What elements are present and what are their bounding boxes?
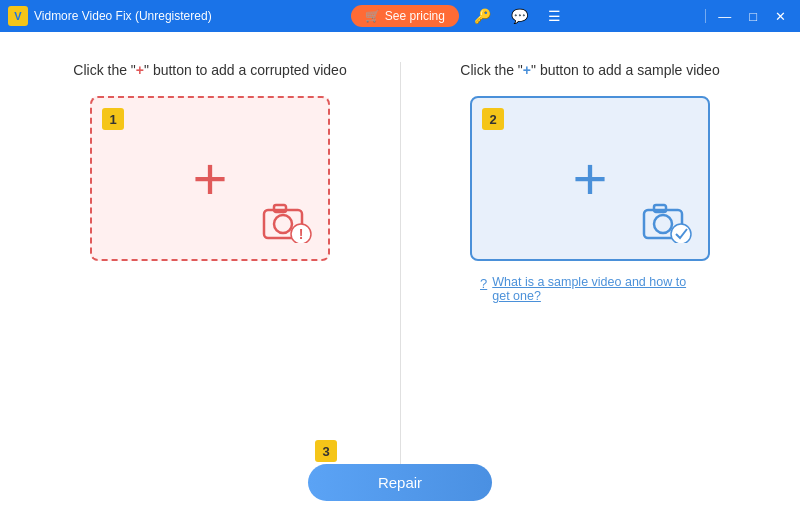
vertical-divider [400,62,401,491]
app-title: Vidmore Video Fix (Unregistered) [34,9,212,23]
right-plus-quote: + [523,62,531,78]
badge-2: 2 [482,108,504,130]
sample-video-dropzone[interactable]: 2 + [470,96,710,261]
left-plus-quote: + [136,62,144,78]
help-link-text: What is a sample video and how to get on… [492,275,700,303]
right-panel-title: Click the "+" button to add a sample vid… [460,62,719,78]
corrupted-video-dropzone[interactable]: 1 + ! [90,96,330,261]
cart-icon: 🛒 [365,9,380,23]
logo-letter: V [14,10,21,22]
right-panel: Click the "+" button to add a sample vid… [400,62,780,444]
svg-text:!: ! [299,226,304,242]
app-logo: V [8,6,28,26]
main-content: Click the "+" button to add a corrupted … [0,32,800,521]
titlebar: V Vidmore Video Fix (Unregistered) 🛒 See… [0,0,800,32]
svg-point-6 [654,215,672,233]
minimize-button[interactable]: — [712,7,737,26]
help-link[interactable]: ? What is a sample video and how to get … [480,275,700,303]
corrupted-camera-icon: ! [259,198,314,247]
see-pricing-button[interactable]: 🛒 See pricing [351,5,459,27]
help-icon: ? [480,276,487,291]
badge-1: 1 [102,108,124,130]
repair-section: 3 Repair [20,454,780,501]
titlebar-right: — □ ✕ [705,7,792,26]
sample-camera-icon [639,198,694,247]
add-sample-plus-icon: + [572,149,607,209]
chat-icon[interactable]: 💬 [506,6,533,26]
repair-button[interactable]: Repair [308,464,492,501]
titlebar-left: V Vidmore Video Fix (Unregistered) [8,6,212,26]
svg-rect-2 [274,205,286,212]
svg-rect-7 [654,205,666,212]
titlebar-divider [705,9,706,23]
svg-point-1 [274,215,292,233]
menu-icon[interactable]: ☰ [543,6,566,26]
key-icon[interactable]: 🔑 [469,6,496,26]
maximize-button[interactable]: □ [743,7,763,26]
left-panel-title: Click the "+" button to add a corrupted … [73,62,346,78]
left-panel: Click the "+" button to add a corrupted … [20,62,400,444]
add-corrupted-plus-icon: + [192,149,227,209]
svg-point-8 [671,224,691,243]
badge-3: 3 [315,440,337,462]
see-pricing-label: See pricing [385,9,445,23]
titlebar-center: 🛒 See pricing 🔑 💬 ☰ [351,5,566,27]
close-button[interactable]: ✕ [769,7,792,26]
